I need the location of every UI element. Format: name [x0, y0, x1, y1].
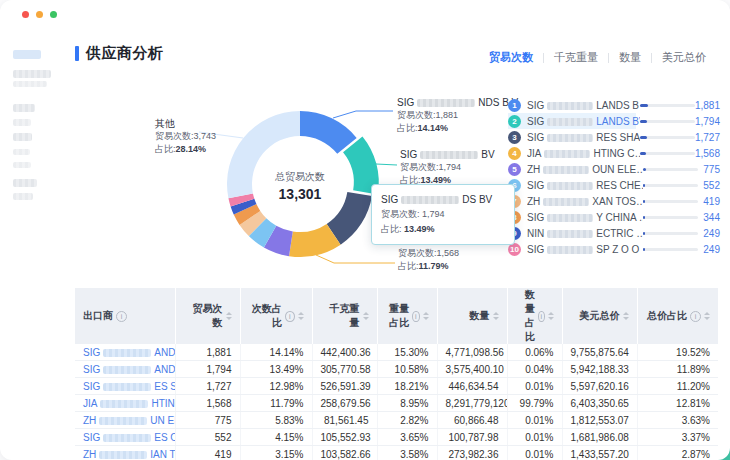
- sidebar-item[interactable]: [13, 104, 35, 112]
- maximize-button[interactable]: [50, 11, 57, 18]
- sidebar-item[interactable]: [13, 81, 47, 87]
- supplier-ranking-list: 1SIGLANDS B V1,8812SIGLANDS BV1,7943SIGR…: [508, 97, 720, 257]
- table-row: JIAHTING C…1,56811.79%258,679.568.95%8,2…: [75, 395, 718, 412]
- column-header[interactable]: 重量占比i: [377, 288, 437, 344]
- donut-segment-11[interactable]: [227, 111, 300, 198]
- callout-pct: 占比:11.79%: [398, 260, 514, 273]
- sort-icon[interactable]: [704, 312, 710, 320]
- info-icon[interactable]: i: [412, 311, 419, 322]
- callout-pct: 占比:28.14%: [155, 143, 216, 156]
- sort-icon[interactable]: [226, 312, 232, 320]
- exporter-link[interactable]: SIGES SHA…: [83, 381, 175, 392]
- sidebar-item[interactable]: [13, 149, 30, 155]
- sidebar-item[interactable]: [13, 179, 37, 187]
- exporter-link[interactable]: ZHIAN TOS…: [83, 449, 175, 460]
- table-cell: 10.58%: [377, 361, 437, 378]
- info-icon[interactable]: i: [690, 311, 701, 322]
- table-cell: 9,755,875.64: [562, 344, 637, 361]
- column-header[interactable]: 次数占比i: [240, 288, 312, 344]
- table-cell: 1,881: [175, 344, 240, 361]
- ranking-item[interactable]: 1SIGLANDS B V1,881: [508, 97, 720, 113]
- tab-trade-count[interactable]: 贸易次数: [479, 50, 543, 65]
- sort-icon[interactable]: [298, 312, 304, 320]
- supplier-name: SIGLANDS BV: [527, 116, 640, 127]
- close-button[interactable]: [22, 11, 29, 18]
- redacted-text: [547, 182, 593, 190]
- ranking-value: 344: [698, 212, 720, 223]
- chart-tooltip: SIGDS BV 贸易次数: 1,794 占比: 13.49%: [371, 184, 515, 245]
- ranking-value: 1,727: [695, 132, 720, 143]
- table-cell: 0.01%: [507, 378, 562, 395]
- sidebar-item[interactable]: [13, 162, 31, 168]
- ranking-progress-bar: [643, 232, 698, 235]
- exporter-link[interactable]: ZHUN ELE…: [83, 415, 175, 426]
- table-cell: 4.15%: [240, 429, 312, 446]
- minimize-button[interactable]: [36, 11, 43, 18]
- sort-icon[interactable]: [493, 312, 499, 320]
- info-icon[interactable]: i: [116, 311, 127, 322]
- tooltip-title: SIGDS BV: [381, 192, 505, 207]
- redacted-text: [103, 383, 151, 391]
- supplier-name: SIGLANDS B V: [527, 100, 640, 111]
- title-accent-bar: [75, 46, 79, 61]
- exporter-cell: SIGANDS B V: [75, 344, 175, 361]
- redacted-text: [99, 451, 147, 459]
- redacted-text: [99, 417, 147, 425]
- ranking-item[interactable]: 6SIGRES CHE…552: [508, 177, 720, 193]
- column-header[interactable]: 出口商i: [75, 288, 175, 344]
- info-icon[interactable]: i: [285, 311, 295, 322]
- sidebar-item[interactable]: [13, 193, 33, 200]
- column-header[interactable]: 美元总价: [562, 288, 637, 344]
- sort-icon[interactable]: [423, 312, 429, 320]
- exporter-link[interactable]: SIGANDS B V: [83, 347, 175, 358]
- exporter-cell: ZHUN ELE…: [75, 412, 175, 429]
- column-header[interactable]: 贸易次数: [175, 288, 240, 344]
- ranking-item[interactable]: 8SIGY CHINA …344: [508, 209, 720, 225]
- ranking-item[interactable]: 2SIGLANDS BV1,794: [508, 113, 720, 129]
- ranking-value: 1,794: [695, 116, 720, 127]
- rank-badge: 1: [508, 99, 521, 112]
- sort-icon[interactable]: [548, 312, 554, 320]
- callout-trades: 贸易次数:1,794: [400, 161, 495, 174]
- column-header[interactable]: 数量占比i: [507, 288, 562, 344]
- column-header[interactable]: 数量: [437, 288, 507, 344]
- ranking-value: 1,568: [695, 148, 720, 159]
- tab-usd-total[interactable]: 美元总价: [652, 50, 716, 65]
- exporter-link[interactable]: SIGANDS BV: [83, 364, 175, 375]
- tab-quantity[interactable]: 数量: [609, 50, 651, 65]
- ranking-item[interactable]: 3SIGRES SHA…1,727: [508, 129, 720, 145]
- sidebar-item[interactable]: [13, 119, 31, 126]
- column-header[interactable]: 千克重量: [312, 288, 377, 344]
- table-cell: 4,771,098.56: [437, 344, 507, 361]
- exporter-link[interactable]: SIGES CHE…: [83, 432, 175, 443]
- sidebar-item[interactable]: [13, 133, 32, 141]
- redacted-text: [543, 166, 589, 174]
- exporter-link[interactable]: JIAHTING C…: [83, 398, 175, 409]
- redacted-text: [103, 366, 151, 374]
- sort-icon[interactable]: [623, 312, 629, 320]
- table-cell: 19.52%: [637, 344, 718, 361]
- table-cell: 442,400.36: [312, 344, 377, 361]
- table-cell: 3,575,400.10: [437, 361, 507, 378]
- sidebar-item[interactable]: [13, 70, 51, 78]
- tab-kg-weight[interactable]: 千克重量: [544, 50, 608, 65]
- ranking-value: 775: [698, 164, 720, 175]
- table-cell: 0.06%: [507, 344, 562, 361]
- ranking-item[interactable]: 9NINECTRIC …249: [508, 225, 720, 241]
- donut-segment-1[interactable]: [300, 111, 357, 154]
- exporter-cell: SIGES SHA…: [75, 378, 175, 395]
- supplier-name: ZHOUN ELE…: [527, 164, 643, 175]
- sidebar: [13, 50, 61, 200]
- info-icon[interactable]: i: [538, 311, 544, 322]
- table-cell: 1,568: [175, 395, 240, 412]
- ranking-item[interactable]: 5ZHOUN ELE…775: [508, 161, 720, 177]
- ranking-item[interactable]: 4JIAHTING C…1,568: [508, 145, 720, 161]
- ranking-item[interactable]: 10SIGSP Z O O249: [508, 241, 720, 257]
- sort-icon[interactable]: [363, 312, 369, 320]
- column-header[interactable]: 总价占比i: [637, 288, 718, 344]
- ranking-progress-bar: [640, 152, 695, 155]
- sidebar-item-active[interactable]: [13, 50, 41, 59]
- table-row: ZHIAN TOS…4193.15%103,582.663.58%273,982…: [75, 446, 718, 460]
- ranking-item[interactable]: 7ZHXAN TOS…419: [508, 193, 720, 209]
- table-cell: 1,433,557.20: [562, 446, 637, 460]
